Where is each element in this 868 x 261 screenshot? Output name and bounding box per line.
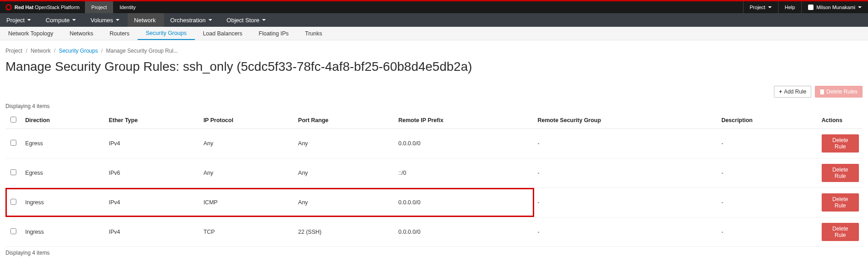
delete-rule-button[interactable]: Delete Rule	[822, 223, 859, 241]
cell-ether: IPv4	[105, 188, 199, 217]
subnav-routers[interactable]: Routers	[101, 27, 138, 40]
page-title: Manage Security Group Rules: ssh_only (5…	[5, 59, 863, 74]
toptab-identity[interactable]: Identity	[113, 1, 142, 13]
subnav-load-balancers[interactable]: Load Balancers	[195, 27, 251, 40]
cell-ether: IPv4	[105, 129, 199, 158]
user-menu[interactable]: Milson Munakami	[801, 1, 868, 13]
cell-direction: Ingress	[22, 217, 105, 247]
chevron-down-icon	[858, 6, 862, 8]
row-checkbox[interactable]	[10, 169, 16, 175]
chevron-down-icon	[768, 6, 772, 8]
subnav-networks[interactable]: Networks	[61, 27, 101, 40]
crumb-current: Manage Security Group Rul...	[106, 48, 178, 54]
nav-compute[interactable]: Compute	[39, 13, 84, 27]
cell-ether: IPv6	[105, 158, 199, 188]
chevron-down-icon	[208, 19, 212, 21]
row-checkbox[interactable]	[10, 140, 16, 146]
nav-project[interactable]: Project	[0, 13, 39, 27]
rules-table: Direction Ether Type IP Protocol Port Ra…	[5, 112, 863, 247]
cell-direction: Ingress	[22, 188, 105, 217]
cell-direction: Egress	[22, 129, 105, 158]
cell-prefix: ::/0	[395, 158, 534, 188]
cell-prefix: 0.0.0.0/0	[395, 217, 534, 247]
item-count-bottom: Displaying 4 items	[5, 250, 863, 256]
add-rule-button[interactable]: Add Rule	[774, 86, 811, 98]
cell-prefix: 0.0.0.0/0	[395, 129, 534, 158]
table-header-row: Direction Ether Type IP Protocol Port Ra…	[5, 112, 863, 129]
select-all-checkbox[interactable]	[10, 117, 16, 123]
main-nav: Project Compute Volumes Network Orchestr…	[0, 13, 868, 27]
brand-rest: OpenStack Platform	[34, 5, 80, 10]
cell-protocol: Any	[200, 129, 294, 158]
cell-protocol: TCP	[200, 217, 294, 247]
cell-protocol: Any	[200, 158, 294, 188]
col-protocol[interactable]: IP Protocol	[200, 112, 294, 129]
trash-icon	[820, 89, 824, 94]
cell-desc: -	[718, 217, 818, 247]
breadcrumb: Project / Network / Security Groups / Ma…	[5, 48, 863, 54]
cell-port: 22 (SSH)	[294, 217, 395, 247]
crumb-security-groups[interactable]: Security Groups	[59, 48, 98, 54]
cell-port: Any	[294, 188, 395, 217]
table-row: IngressIPv4TCP22 (SSH)0.0.0.0/0--Delete …	[5, 217, 863, 247]
item-count-top: Displaying 4 items	[5, 103, 863, 109]
chevron-down-icon	[116, 19, 119, 21]
table-row: IngressIPv4ICMPAny0.0.0.0/0--Delete Rule	[5, 188, 863, 217]
table-row: EgressIPv6AnyAny::/0--Delete Rule	[5, 158, 863, 188]
cell-group: -	[534, 129, 718, 158]
toptab-project[interactable]: Project	[85, 1, 113, 13]
cell-prefix: 0.0.0.0/0	[395, 188, 534, 217]
cell-protocol: ICMP	[200, 188, 294, 217]
subnav-security-groups[interactable]: Security Groups	[138, 27, 195, 40]
nav-orchestration[interactable]: Orchestration	[164, 13, 220, 27]
redhat-logo-icon	[5, 4, 12, 10]
delete-rule-button[interactable]: Delete Rule	[822, 193, 859, 212]
cell-direction: Egress	[22, 158, 105, 188]
cell-group: -	[534, 158, 718, 188]
subnav-topology[interactable]: Network Topology	[0, 27, 61, 40]
user-icon	[808, 5, 813, 10]
plus-icon	[779, 89, 782, 95]
cell-group: -	[534, 188, 718, 217]
col-port[interactable]: Port Range	[294, 112, 395, 129]
col-group[interactable]: Remote Security Group	[534, 112, 718, 129]
subnav-trunks[interactable]: Trunks	[297, 27, 331, 40]
crumb-project[interactable]: Project	[5, 48, 22, 54]
delete-rule-button[interactable]: Delete Rule	[822, 134, 859, 153]
col-prefix[interactable]: Remote IP Prefix	[395, 112, 534, 129]
cell-desc: -	[718, 129, 818, 158]
brand-bold: Red Hat	[15, 5, 34, 10]
chevron-down-icon	[262, 19, 266, 21]
actions-row: Add Rule Delete Rules	[5, 86, 863, 98]
cell-port: Any	[294, 129, 395, 158]
sub-nav: Network Topology Networks Routers Securi…	[0, 27, 868, 40]
crumb-network[interactable]: Network	[30, 48, 50, 54]
col-desc[interactable]: Description	[718, 112, 818, 129]
table-row: EgressIPv4AnyAny0.0.0.0/0--Delete Rule	[5, 129, 863, 158]
row-checkbox[interactable]	[10, 199, 16, 205]
cell-desc: -	[718, 158, 818, 188]
row-checkbox[interactable]	[10, 228, 16, 234]
chevron-down-icon	[72, 19, 76, 21]
cell-port: Any	[294, 158, 395, 188]
delete-rules-button[interactable]: Delete Rules	[815, 86, 863, 98]
project-dropdown[interactable]: Project	[743, 1, 778, 13]
delete-rule-button[interactable]: Delete Rule	[822, 164, 859, 182]
help-link[interactable]: Help	[778, 1, 802, 13]
global-topbar: Red Hat OpenStack Platform Project Ident…	[0, 1, 868, 13]
nav-volumes[interactable]: Volumes	[84, 13, 128, 27]
subnav-floating-ips[interactable]: Floating IPs	[251, 27, 297, 40]
cell-group: -	[534, 217, 718, 247]
col-actions: Actions	[818, 112, 863, 129]
nav-objectstore[interactable]: Object Store	[220, 13, 274, 27]
cell-ether: IPv4	[105, 217, 199, 247]
brand: Red Hat OpenStack Platform	[0, 1, 85, 13]
col-ether[interactable]: Ether Type	[105, 112, 199, 129]
cell-desc: -	[718, 188, 818, 217]
chevron-down-icon	[27, 19, 31, 21]
nav-network[interactable]: Network	[128, 13, 164, 27]
col-direction[interactable]: Direction	[22, 112, 105, 129]
